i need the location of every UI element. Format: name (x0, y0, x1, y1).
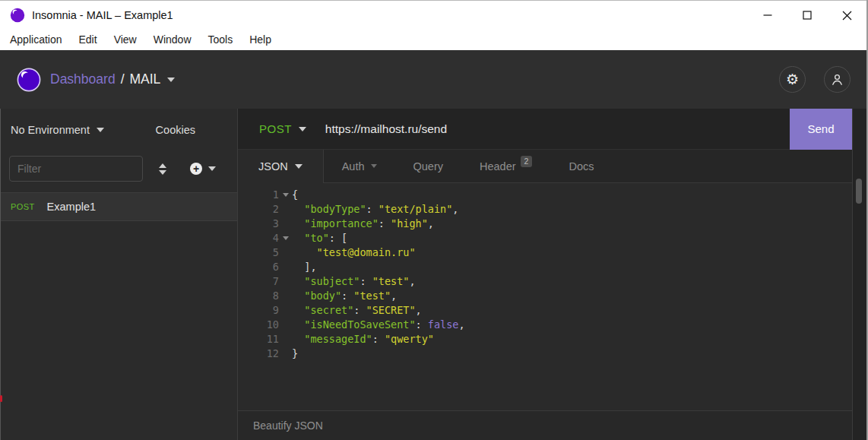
fold-spacer (279, 318, 292, 332)
request-pane: POST https://mailhost.ru/send Send JSON … (238, 109, 852, 440)
menu-item-tools[interactable]: Tools (200, 29, 242, 50)
menu-item-application[interactable]: Application (2, 29, 71, 50)
tab-label: Auth (342, 160, 365, 173)
workspace-dropdown[interactable]: MAIL (130, 71, 176, 87)
beautify-bar: Beautify JSON (238, 410, 852, 440)
line-number: 3 (238, 217, 279, 231)
screen-artifact (0, 395, 2, 402)
code-text: "body": "test", (292, 289, 397, 303)
url-input[interactable]: https://mailhost.ru/send (325, 122, 790, 136)
method-dropdown[interactable]: POST (259, 122, 306, 135)
insomnia-app-icon (10, 8, 25, 23)
line-number: 8 (238, 289, 279, 303)
line-number: 12 (238, 347, 279, 361)
tab-auth[interactable]: Auth (332, 150, 387, 182)
menu-item-window[interactable]: Window (145, 29, 200, 50)
menu-item-edit[interactable]: Edit (71, 29, 106, 50)
main-area: POST https://mailhost.ru/send Send JSON … (238, 109, 868, 440)
workspace-name: MAIL (130, 71, 161, 87)
editor-line: 5 "test@domain.ru" (238, 245, 852, 260)
send-button[interactable]: Send (790, 109, 852, 150)
code-text: "messageId": "qwerty" (292, 332, 434, 347)
response-pane-edge (852, 109, 868, 440)
cookies-button[interactable]: Cookies (156, 124, 195, 136)
chevron-down-icon (295, 164, 303, 169)
environment-row: No Environment Cookies (0, 109, 237, 151)
filter-row: + (0, 151, 237, 186)
tab-label: JSON (258, 160, 288, 173)
window-title: Insomnia - MAIL – Example1 (32, 9, 173, 21)
request-method-tag: POST (11, 202, 35, 211)
sort-button[interactable] (159, 163, 166, 175)
insomnia-logo (17, 68, 41, 92)
code-text: "subject": "test", (292, 274, 416, 289)
tab-strip: AuthQueryHeader2Docs (324, 150, 852, 183)
code-text: "bodyType": "text/plain", (292, 202, 459, 217)
fold-toggle-icon[interactable] (279, 231, 292, 245)
request-list: POSTExample1 (0, 192, 237, 221)
editor-line: 3 "importance": "high", (238, 217, 852, 231)
editor-line: 2 "bodyType": "text/plain", (238, 202, 852, 217)
line-number: 10 (238, 318, 279, 332)
scrollbar-thumb[interactable] (856, 179, 862, 204)
fold-toggle-icon[interactable] (279, 188, 292, 202)
editor-line: 12} (238, 347, 852, 361)
fold-spacer (279, 289, 292, 303)
tab-query[interactable]: Query (404, 150, 454, 182)
menu-item-help[interactable]: Help (241, 29, 280, 50)
editor-line: 8 "body": "test", (238, 289, 852, 303)
line-number: 11 (238, 332, 279, 347)
line-number: 6 (238, 260, 279, 274)
tab-body-json[interactable]: JSON (238, 150, 324, 183)
breadcrumb-dashboard-link[interactable]: Dashboard (50, 71, 116, 87)
filter-input[interactable] (9, 156, 143, 182)
json-editor[interactable]: 1{2 "bodyType": "text/plain",3 "importan… (238, 183, 852, 410)
editor-line: 4 "to": [ (238, 231, 852, 245)
editor-line: 7 "subject": "test", (238, 274, 852, 289)
fold-spacer (279, 245, 292, 260)
fold-spacer (279, 303, 292, 318)
environment-selector[interactable]: No Environment (11, 124, 156, 136)
breadcrumb: Dashboard / MAIL (50, 71, 175, 87)
chevron-down-icon (371, 164, 377, 168)
breadcrumb-separator: / (121, 71, 125, 87)
line-number: 4 (238, 231, 279, 245)
account-button[interactable] (824, 66, 851, 93)
fold-spacer (279, 332, 292, 347)
menu-item-view[interactable]: View (106, 29, 145, 50)
user-icon (830, 72, 844, 87)
maximize-button[interactable] (787, 1, 827, 30)
fold-spacer (279, 347, 292, 361)
fold-spacer (279, 274, 292, 289)
chevron-down-icon (208, 166, 216, 171)
tab-docs[interactable]: Docs (559, 150, 603, 182)
request-list-item[interactable]: POSTExample1 (0, 192, 237, 221)
url-bar: POST https://mailhost.ru/send Send (238, 109, 852, 150)
method-label: POST (259, 122, 292, 135)
app-header: Dashboard / MAIL ⚙ (0, 50, 868, 109)
line-number: 1 (238, 188, 279, 202)
line-number: 7 (238, 274, 279, 289)
close-button[interactable] (827, 1, 866, 30)
beautify-json-button[interactable]: Beautify JSON (253, 419, 323, 432)
add-request-button[interactable]: + (190, 163, 216, 175)
settings-button[interactable]: ⚙ (779, 66, 806, 93)
sidebar: No Environment Cookies + POSTExample1 (0, 109, 238, 440)
menu-bar: ApplicationEditViewWindowToolsHelp (0, 29, 868, 50)
editor-line: 6 ], (238, 260, 852, 274)
sort-down-icon (159, 170, 166, 175)
fold-spacer (279, 260, 292, 274)
code-text: ], (292, 260, 317, 274)
line-number: 9 (238, 303, 279, 318)
fold-spacer (279, 202, 292, 217)
chevron-down-icon (167, 78, 175, 82)
line-number: 5 (238, 245, 279, 260)
code-text: "isNeedToSaveSent": false, (292, 318, 465, 332)
workspace: No Environment Cookies + POSTExample1 (0, 109, 868, 440)
environment-label: No Environment (11, 124, 90, 136)
window-left-border (0, 109, 1, 440)
tab-label: Header (480, 160, 516, 173)
minimize-button[interactable] (748, 1, 787, 30)
editor-line: 10 "isNeedToSaveSent": false, (238, 318, 852, 332)
tab-header[interactable]: Header2 (470, 150, 542, 182)
